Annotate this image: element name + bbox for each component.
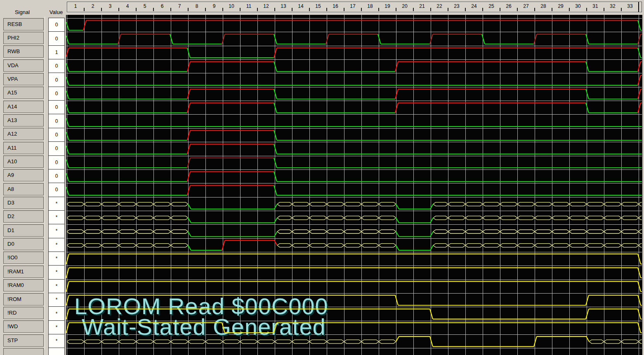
ruler-tick — [448, 8, 448, 11]
trace-RESB — [66, 21, 642, 31]
trace-D2 — [67, 216, 642, 223]
ruler-tick — [396, 8, 396, 11]
trace-!IO0 — [66, 254, 642, 264]
signal-value-!RAM0: * — [48, 279, 65, 293]
ruler-tick — [292, 8, 293, 11]
signal-value-!WD: * — [48, 320, 65, 334]
waveform-area[interactable]: LOROM Read $00C000 Wait-Stated Generated… — [66, 15, 642, 355]
trace-A14 — [66, 103, 642, 113]
ruler-number-7: 7 — [178, 3, 181, 9]
ruler-tick — [205, 8, 206, 11]
signal-row-label-A8[interactable]: A8 — [3, 183, 44, 195]
signal-value-A9: 0 — [48, 169, 65, 183]
ruler-number-20: 20 — [402, 3, 407, 9]
timeline-ruler[interactable]: 1234567891011121314151617181920212223242… — [67, 2, 642, 12]
column-divider — [45, 16, 45, 350]
signal-row-label-A14[interactable]: A14 — [3, 101, 44, 113]
ruler-number-18: 18 — [367, 3, 373, 9]
signal-row-label-A9[interactable]: A9 — [3, 169, 44, 181]
ruler-tick — [552, 8, 552, 11]
ruler-number-28: 28 — [540, 3, 546, 9]
signal-row-label-PHI2[interactable]: PHI2 — [3, 32, 44, 44]
value-column-header: Value — [46, 9, 66, 15]
signal-row-label-VDA[interactable]: VDA — [3, 59, 44, 72]
ruler-number-26: 26 — [506, 3, 511, 9]
ruler-tick — [378, 8, 379, 11]
ruler-tick — [84, 8, 85, 11]
signal-row-label-!ROM[interactable]: !ROM — [3, 293, 44, 306]
ruler-tick — [604, 8, 604, 11]
ruler-tick — [344, 8, 344, 11]
ruler-number-30: 30 — [575, 3, 580, 9]
signal-value-A11: 0 — [48, 141, 65, 155]
ruler-number-6: 6 — [161, 3, 164, 9]
signal-row-label-D2[interactable]: D2 — [3, 210, 44, 223]
ruler-tick — [222, 8, 223, 11]
signal-row-label-!WD[interactable]: !WD — [3, 320, 44, 333]
signal-row-label-!RAM0[interactable]: !RAM0 — [3, 279, 44, 292]
signal-row-label-RESB[interactable]: RESB — [3, 18, 44, 31]
signal-row-label-A10[interactable]: A10 — [3, 155, 44, 168]
ruler-number-14: 14 — [298, 3, 303, 9]
signal-row-label-STP[interactable]: STP — [3, 334, 44, 347]
signal-row-label-!IO0[interactable]: !IO0 — [3, 252, 44, 264]
ruler-number-31: 31 — [592, 3, 598, 9]
ruler-tick — [361, 8, 362, 11]
ruler-number-24: 24 — [471, 3, 477, 9]
ruler-tick — [153, 8, 154, 11]
signal-row-label-!RAM1[interactable]: !RAM1 — [3, 266, 44, 278]
ruler-number-22: 22 — [436, 3, 442, 9]
signal-value-!ROM: * — [48, 293, 65, 307]
ruler-tick — [465, 8, 466, 11]
signal-value-A15: 0 — [48, 87, 65, 101]
signal-value-A8: 0 — [48, 183, 65, 197]
signal-value-D1: * — [48, 224, 65, 238]
trace-VDA — [66, 62, 642, 72]
signal-value-empty — [48, 348, 65, 355]
signal-row-label-A12[interactable]: A12 — [3, 128, 44, 140]
ruler-number-32: 32 — [610, 3, 615, 9]
ruler-tick — [534, 8, 535, 11]
trace-A8 — [66, 186, 642, 195]
trace-!RAM1 — [66, 268, 642, 278]
signal-row-label-D3[interactable]: D3 — [3, 197, 44, 209]
trace-A10 — [66, 158, 642, 168]
signal-row-label-A11[interactable]: A11 — [3, 142, 44, 154]
trace-VPA — [66, 75, 642, 85]
ruler-tick — [517, 8, 518, 11]
ruler-number-4: 4 — [126, 3, 129, 9]
ruler-tick — [188, 8, 189, 11]
trace-A12 — [66, 130, 642, 140]
annotation-line2: Wait-Stated Generated — [82, 314, 326, 340]
trace-PHI2 — [66, 34, 642, 44]
ruler-tick — [240, 8, 241, 11]
ruler-number-9: 9 — [213, 3, 216, 9]
signal-panel: Signal Value RESB0PHI20RWB1VDA0VPA0A150A… — [0, 0, 66, 355]
signal-column-header: Signal — [0, 9, 45, 15]
ruler-tick — [136, 8, 137, 11]
ruler-tick — [482, 8, 483, 11]
signal-value-A13: 0 — [48, 114, 65, 128]
signal-row-label-D1[interactable]: D1 — [3, 224, 44, 237]
trace-!RAM0 — [66, 282, 642, 292]
ruler-tick — [257, 8, 258, 11]
ruler-tick — [413, 8, 414, 11]
signal-row-label-A13[interactable]: A13 — [3, 114, 44, 127]
ruler-number-13: 13 — [281, 3, 286, 9]
signal-row-label-A15[interactable]: A15 — [3, 87, 44, 99]
signal-row-label-VPA[interactable]: VPA — [3, 73, 44, 85]
signal-row-label-D0[interactable]: D0 — [3, 238, 44, 250]
trace-RWB — [66, 48, 642, 58]
signal-row-label-RWB[interactable]: RWB — [3, 45, 44, 58]
ruler-end-marker — [638, 2, 639, 12]
ruler-number-15: 15 — [315, 3, 321, 9]
signal-row-label-empty[interactable] — [3, 348, 44, 355]
signal-value-D0: * — [48, 238, 65, 252]
signal-value-!RAM1: * — [48, 265, 65, 279]
signal-row-label-!RD[interactable]: !RD — [3, 307, 44, 319]
ruler-number-23: 23 — [454, 3, 459, 9]
trace-A13 — [66, 118, 642, 127]
ruler-number-17: 17 — [350, 3, 355, 9]
ruler-number-33: 33 — [627, 3, 632, 9]
ruler-number-10: 10 — [229, 3, 234, 9]
